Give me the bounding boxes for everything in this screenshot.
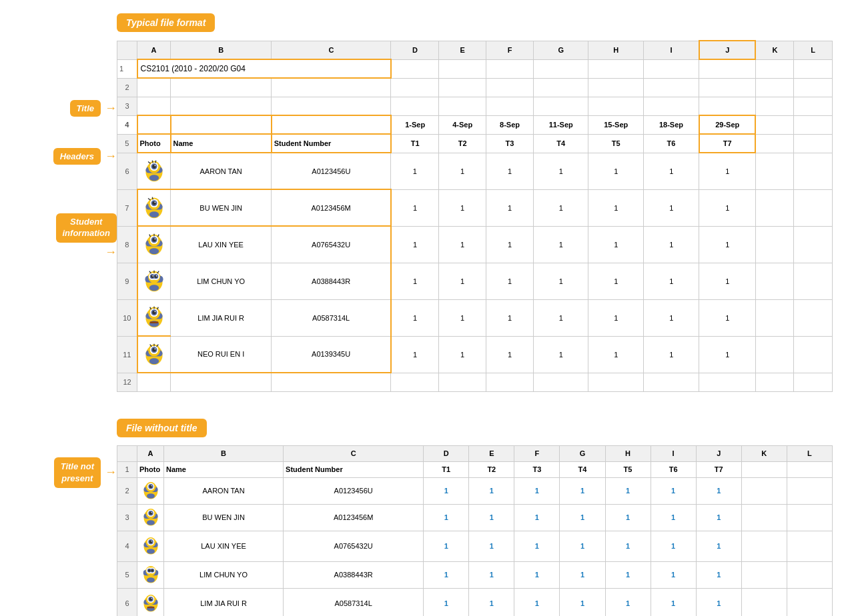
col2-A: A [137,445,164,461]
row8-t5: 1 [588,226,644,263]
hdr-k [755,134,793,153]
title-cell: CS2101 (2010 - 2020/20 G04 [137,59,391,78]
row11-id: A0139345U [272,336,391,373]
row3-i [643,97,699,115]
tbl2-hdr-name: Name [164,461,284,477]
tbl2-minion-2 [141,480,161,500]
svg-line-20 [152,197,153,199]
row-5: 5 Photo Name Student Number T1 T2 T3 T4 … [117,134,833,153]
row2-a [137,78,171,97]
minion-icon-6 [142,159,166,183]
row12-l [794,373,833,391]
row-num-12: 12 [117,373,137,391]
tbl2-minion-5 [141,564,161,584]
tbl2-row6-t3: 1 [514,588,560,616]
tbl2-row3-k [741,504,787,531]
row10-t3: 1 [486,299,534,336]
svg-rect-112 [147,607,154,608]
row1-l [794,59,833,78]
row7-name: BU WEN JIN [171,189,272,226]
tbl2-row2-id: A0123456U [284,477,424,504]
row2-b [171,78,272,97]
row3-a [137,97,171,115]
row1-e [439,59,486,78]
col2-H: H [605,445,651,461]
tbl2-row-5: 5 [117,561,833,588]
row8-id: A0765432U [272,226,391,263]
row-4: 4 1-Sep 4-Sep 8-Sep 11-Sep 15-Sep 18-Sep… [117,115,833,134]
row3-b [171,97,272,115]
row-num-11: 11 [117,336,137,373]
row9-t3: 1 [486,263,534,299]
tbl2-row6-photo [137,588,164,616]
hdr-photo: Photo [137,134,171,153]
tbl2-row-3: 3 BU WEN JIN [117,504,833,531]
hdr-name: Name [171,134,272,153]
tbl2-row6-l [787,588,832,616]
row11-t7: 1 [699,336,755,373]
row8-l [794,226,833,263]
svg-line-31 [157,234,159,237]
student-info-arrow: → [105,245,117,259]
row8-photo [137,226,171,263]
student-info-label: Studentinformation → [56,213,117,259]
tbl2-hdr-t2: T2 [469,461,514,477]
svg-line-10 [155,160,155,163]
row8-t6: 1 [643,226,699,263]
row9-t5: 1 [588,263,644,299]
tbl2-row5-t2: 1 [469,561,514,588]
col-D: D [391,41,439,59]
row2-j [699,78,755,97]
section-typical: Typical file format Title → Headers → St… [13,13,833,392]
tbl2-row3-t7: 1 [696,504,741,531]
row10-photo [137,299,171,336]
row3-j [699,97,755,115]
tbl2-row6-id: A0587314L [284,588,424,616]
col2-B: B [164,445,284,461]
svg-point-43 [149,285,159,291]
row-8: 8 [117,226,833,263]
tbl2-hdr-t1: T1 [424,461,469,477]
svg-point-42 [155,275,157,276]
row7-t1: 1 [391,189,439,226]
tbl2-row5-k [741,561,787,588]
col-K: K [755,41,793,59]
svg-point-66 [149,358,159,364]
row10-t7: 1 [699,299,755,336]
row-num-5: 5 [117,134,137,153]
row2-i [643,78,699,97]
corner-cell [117,41,137,59]
date-1sep: 1-Sep [391,115,439,134]
row-num-2: 2 [117,78,137,97]
hdr-t1: T1 [391,134,439,153]
tbl2-row2-k [741,477,787,504]
row-num-3: 3 [117,97,137,115]
row12-k [755,373,793,391]
tbl2-row4-t7: 1 [696,531,741,561]
svg-point-93 [147,549,155,554]
svg-point-110 [151,598,152,599]
row6-t5: 1 [588,153,644,189]
row1-k [755,59,793,78]
col-A: A [137,41,171,59]
tbl2-hdr-l [787,461,832,477]
row-num-8: 8 [117,226,137,263]
row-num-4: 4 [117,115,137,134]
tbl2-row4-l [787,531,832,561]
row12-j [699,373,755,391]
tbl2-row3-t3: 1 [514,504,560,531]
row1-g [533,59,588,78]
row10-id: A0587314L [272,299,391,336]
row9-t1: 1 [391,263,439,299]
tbl2-row-6: 6 LIM J [117,588,833,616]
date-15sep: 15-Sep [588,115,644,134]
row10-l [794,299,833,336]
row6-id: A0123456U [272,153,391,189]
col2-C: C [284,445,424,461]
row3-c [272,97,391,115]
tbl2-row3-t4: 1 [560,504,605,531]
svg-point-6 [154,165,155,166]
svg-point-103 [147,577,155,583]
row-num-1: 1 [117,59,137,78]
col2-K: K [741,445,787,461]
